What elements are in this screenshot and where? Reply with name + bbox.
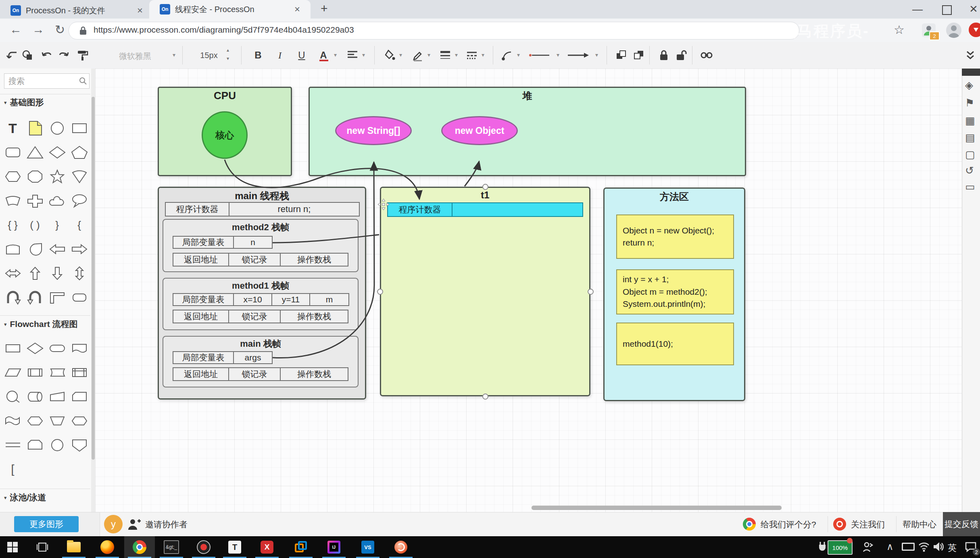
record-extension-icon[interactable] bbox=[969, 23, 980, 37]
unlock-icon[interactable] bbox=[674, 48, 689, 62]
heap-object-new-object[interactable]: new Object bbox=[441, 116, 518, 145]
shape-arrow-up-down[interactable] bbox=[69, 264, 90, 283]
line-style-caret-icon[interactable]: ▾ bbox=[482, 52, 484, 58]
shape-u-turn-arrow-2[interactable] bbox=[24, 288, 46, 307]
screen-recorder-icon[interactable] bbox=[195, 539, 212, 556]
bring-forward-icon[interactable] bbox=[614, 48, 628, 62]
heap-object-new-string[interactable]: new String[] bbox=[335, 116, 412, 145]
grid-settings-icon[interactable]: ▦ bbox=[965, 115, 975, 127]
shape-hexagon-wide[interactable] bbox=[69, 412, 90, 430]
code-block-method1[interactable]: int y = x + 1; Object m = method2(); Sys… bbox=[616, 269, 734, 314]
wifi-icon[interactable] bbox=[918, 541, 930, 552]
window-close-button[interactable]: × bbox=[970, 1, 978, 17]
vscode-icon[interactable]: VS bbox=[359, 539, 376, 556]
t1-thread-box[interactable] bbox=[380, 187, 590, 396]
slot-cell[interactable]: 锁记录 bbox=[228, 253, 281, 267]
font-size-down-icon[interactable]: ▾ bbox=[227, 56, 229, 61]
shape-arrow-up[interactable] bbox=[24, 264, 46, 283]
help-center-link[interactable]: 帮助中心 bbox=[903, 519, 936, 530]
shape-bracket[interactable]: [ bbox=[2, 460, 24, 479]
slot-cell[interactable]: 操作数栈 bbox=[280, 367, 348, 381]
tab-close-icon[interactable]: × bbox=[294, 4, 300, 15]
link-icon[interactable] bbox=[699, 48, 714, 62]
slot-cell[interactable]: 锁记录 bbox=[228, 367, 281, 381]
shape-display-wave[interactable] bbox=[2, 412, 24, 430]
reload-icon[interactable]: ↻ bbox=[55, 23, 65, 37]
firefox-icon[interactable] bbox=[99, 539, 116, 556]
tab-thread-safety[interactable]: On 线程安全 - ProcessOn × bbox=[149, 0, 311, 19]
shape-junction[interactable] bbox=[2, 387, 24, 406]
shape-document[interactable] bbox=[69, 339, 90, 358]
section-flowchart[interactable]: ▾ Flowchart 流程图 bbox=[4, 319, 78, 330]
intellij-idea-icon[interactable]: IJ bbox=[325, 539, 342, 556]
collapse-toolbar-icon[interactable] bbox=[963, 48, 978, 62]
undo-icon[interactable] bbox=[40, 48, 54, 62]
slot-cell[interactable]: 返回地址 bbox=[173, 367, 229, 381]
ime-indicator[interactable]: 英 bbox=[948, 542, 957, 554]
shape-decision[interactable] bbox=[24, 339, 46, 358]
shape-diamond[interactable] bbox=[46, 143, 68, 162]
shape-delay[interactable] bbox=[46, 363, 68, 382]
forward-icon[interactable]: → bbox=[32, 23, 44, 36]
shape-manual-operation[interactable] bbox=[46, 412, 68, 430]
shape-arrow-left[interactable] bbox=[46, 240, 68, 258]
selection-handle-bottom[interactable] bbox=[482, 394, 488, 400]
back-to-files-icon[interactable] bbox=[5, 48, 19, 62]
var-cell-n[interactable]: n bbox=[233, 236, 273, 249]
var-cell-x[interactable]: x=10 bbox=[233, 293, 272, 306]
underline-button[interactable]: U bbox=[294, 48, 309, 62]
line-tool-caret-icon[interactable]: ▾ bbox=[557, 52, 559, 58]
user-avatar[interactable]: y bbox=[104, 515, 123, 533]
presentation-icon[interactable]: ⚑ bbox=[965, 97, 974, 109]
shape-plus[interactable] bbox=[24, 192, 46, 210]
shape-arc-band[interactable] bbox=[2, 192, 24, 210]
task-view-icon[interactable] bbox=[34, 539, 51, 556]
cpu-core-ellipse[interactable]: 核心 bbox=[202, 111, 248, 159]
shape-octagon[interactable] bbox=[24, 167, 46, 186]
shape-rounded-rectangle[interactable] bbox=[2, 143, 24, 162]
var-cell-args[interactable]: args bbox=[233, 351, 273, 364]
slot-cell[interactable]: 返回地址 bbox=[173, 310, 229, 323]
font-color-caret-icon[interactable]: ▾ bbox=[334, 52, 337, 58]
shape-circle[interactable] bbox=[46, 119, 68, 137]
bookmark-star-icon[interactable]: ☆ bbox=[894, 23, 905, 37]
redo-icon[interactable] bbox=[56, 48, 71, 62]
line-style-icon[interactable] bbox=[465, 48, 479, 62]
shape-barrel[interactable] bbox=[2, 240, 24, 258]
shape-pentagon[interactable] bbox=[69, 143, 90, 162]
shape-brace-pair[interactable]: { } bbox=[2, 216, 24, 234]
shape-text[interactable]: T bbox=[2, 119, 24, 137]
lock-icon[interactable] bbox=[657, 48, 671, 62]
format-painter-icon[interactable] bbox=[75, 48, 90, 62]
var-cell-m[interactable]: m bbox=[309, 293, 349, 306]
vars-label-cell[interactable]: 局部变量表 bbox=[173, 236, 234, 249]
line-width-icon[interactable] bbox=[438, 48, 452, 62]
chrome-icon[interactable] bbox=[131, 539, 148, 556]
tab-processon-files[interactable]: On ProcessOn - 我的文件 × bbox=[6, 2, 148, 19]
new-tab-button[interactable]: + bbox=[321, 2, 328, 15]
shape-triangle[interactable] bbox=[24, 143, 46, 162]
shape-manual-input[interactable] bbox=[46, 387, 68, 406]
terminal-icon[interactable]: &gt;_ bbox=[163, 539, 180, 556]
shape-rounded-rect-small[interactable] bbox=[69, 288, 90, 307]
history-icon[interactable]: ↺ bbox=[965, 164, 974, 177]
line-color-icon[interactable] bbox=[411, 48, 425, 62]
file-explorer-icon[interactable] bbox=[65, 539, 82, 556]
line-color-caret-icon[interactable]: ▾ bbox=[427, 52, 430, 58]
line-tool-icon[interactable] bbox=[528, 48, 552, 62]
shape-process[interactable] bbox=[2, 339, 24, 358]
shape-terminator[interactable] bbox=[46, 339, 68, 358]
shape-stored-data[interactable] bbox=[24, 387, 46, 406]
speaker-icon[interactable] bbox=[932, 541, 945, 552]
t1-pc-value-cell[interactable] bbox=[452, 202, 583, 217]
connector-curve-caret-icon[interactable]: ▾ bbox=[517, 52, 520, 58]
canvas-horizontal-scrollbar[interactable] bbox=[532, 506, 782, 510]
rate-us-link[interactable]: 给我们评个分? bbox=[761, 519, 816, 530]
slot-cell[interactable]: 返回地址 bbox=[173, 253, 229, 267]
shape-card[interactable] bbox=[69, 387, 90, 406]
font-size-select[interactable]: 15px bbox=[193, 51, 225, 60]
computer-tray-icon[interactable] bbox=[902, 543, 915, 551]
invite-collaborator-link[interactable]: 邀请协作者 bbox=[145, 519, 188, 530]
bold-button[interactable]: B bbox=[251, 48, 265, 62]
selection-handle-top[interactable] bbox=[482, 184, 488, 190]
